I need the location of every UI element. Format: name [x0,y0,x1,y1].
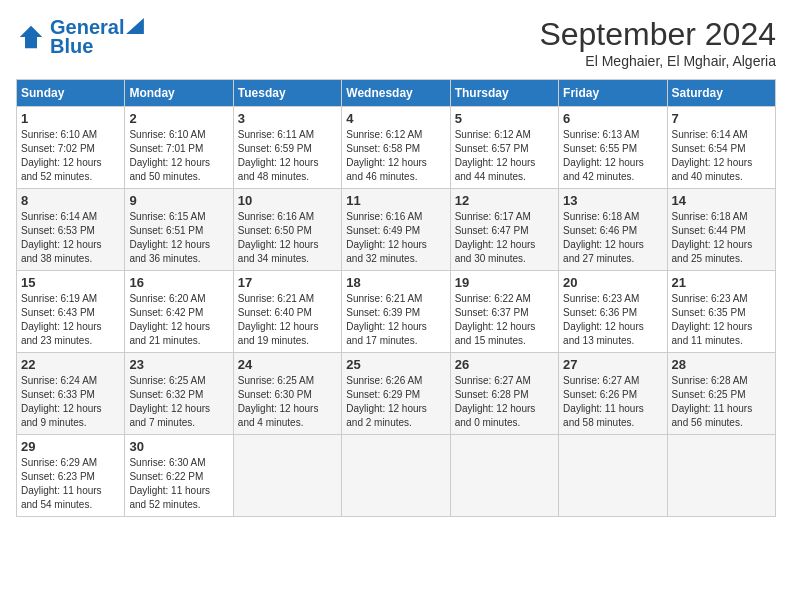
day-info: Sunrise: 6:30 AM Sunset: 6:22 PM Dayligh… [129,456,228,512]
table-row: 21Sunrise: 6:23 AM Sunset: 6:35 PM Dayli… [667,271,775,353]
month-title: September 2024 [539,16,776,53]
day-info: Sunrise: 6:13 AM Sunset: 6:55 PM Dayligh… [563,128,662,184]
col-wednesday: Wednesday [342,80,450,107]
day-number: 2 [129,111,228,126]
table-row: 9Sunrise: 6:15 AM Sunset: 6:51 PM Daylig… [125,189,233,271]
day-number: 7 [672,111,771,126]
day-info: Sunrise: 6:24 AM Sunset: 6:33 PM Dayligh… [21,374,120,430]
day-number: 25 [346,357,445,372]
day-number: 15 [21,275,120,290]
table-row: 8Sunrise: 6:14 AM Sunset: 6:53 PM Daylig… [17,189,125,271]
day-info: Sunrise: 6:10 AM Sunset: 7:01 PM Dayligh… [129,128,228,184]
day-info: Sunrise: 6:27 AM Sunset: 6:28 PM Dayligh… [455,374,554,430]
col-friday: Friday [559,80,667,107]
day-number: 28 [672,357,771,372]
table-row: 7Sunrise: 6:14 AM Sunset: 6:54 PM Daylig… [667,107,775,189]
day-info: Sunrise: 6:15 AM Sunset: 6:51 PM Dayligh… [129,210,228,266]
day-number: 24 [238,357,337,372]
day-number: 3 [238,111,337,126]
day-number: 12 [455,193,554,208]
table-row: 14Sunrise: 6:18 AM Sunset: 6:44 PM Dayli… [667,189,775,271]
day-info: Sunrise: 6:25 AM Sunset: 6:32 PM Dayligh… [129,374,228,430]
day-number: 8 [21,193,120,208]
table-row: 27Sunrise: 6:27 AM Sunset: 6:26 PM Dayli… [559,353,667,435]
col-monday: Monday [125,80,233,107]
table-row [559,435,667,517]
day-info: Sunrise: 6:26 AM Sunset: 6:29 PM Dayligh… [346,374,445,430]
logo: General Blue [16,16,144,58]
table-row: 26Sunrise: 6:27 AM Sunset: 6:28 PM Dayli… [450,353,558,435]
table-row: 12Sunrise: 6:17 AM Sunset: 6:47 PM Dayli… [450,189,558,271]
day-info: Sunrise: 6:21 AM Sunset: 6:39 PM Dayligh… [346,292,445,348]
day-number: 10 [238,193,337,208]
day-number: 17 [238,275,337,290]
title-block: September 2024 El Meghaier, El Mghair, A… [539,16,776,69]
day-number: 30 [129,439,228,454]
day-info: Sunrise: 6:28 AM Sunset: 6:25 PM Dayligh… [672,374,771,430]
logo-triangle-icon [126,18,144,34]
day-info: Sunrise: 6:12 AM Sunset: 6:57 PM Dayligh… [455,128,554,184]
day-number: 26 [455,357,554,372]
day-info: Sunrise: 6:14 AM Sunset: 6:53 PM Dayligh… [21,210,120,266]
day-number: 1 [21,111,120,126]
table-row: 30Sunrise: 6:30 AM Sunset: 6:22 PM Dayli… [125,435,233,517]
day-number: 23 [129,357,228,372]
day-info: Sunrise: 6:23 AM Sunset: 6:35 PM Dayligh… [672,292,771,348]
day-info: Sunrise: 6:19 AM Sunset: 6:43 PM Dayligh… [21,292,120,348]
day-number: 18 [346,275,445,290]
table-row: 16Sunrise: 6:20 AM Sunset: 6:42 PM Dayli… [125,271,233,353]
calendar-table: Sunday Monday Tuesday Wednesday Thursday… [16,79,776,517]
day-number: 9 [129,193,228,208]
table-row: 3Sunrise: 6:11 AM Sunset: 6:59 PM Daylig… [233,107,341,189]
day-number: 13 [563,193,662,208]
day-number: 22 [21,357,120,372]
calendar-week-row: 8Sunrise: 6:14 AM Sunset: 6:53 PM Daylig… [17,189,776,271]
table-row: 17Sunrise: 6:21 AM Sunset: 6:40 PM Dayli… [233,271,341,353]
table-row: 20Sunrise: 6:23 AM Sunset: 6:36 PM Dayli… [559,271,667,353]
calendar-week-row: 29Sunrise: 6:29 AM Sunset: 6:23 PM Dayli… [17,435,776,517]
day-info: Sunrise: 6:22 AM Sunset: 6:37 PM Dayligh… [455,292,554,348]
col-saturday: Saturday [667,80,775,107]
table-row: 13Sunrise: 6:18 AM Sunset: 6:46 PM Dayli… [559,189,667,271]
day-info: Sunrise: 6:14 AM Sunset: 6:54 PM Dayligh… [672,128,771,184]
table-row [667,435,775,517]
table-row: 19Sunrise: 6:22 AM Sunset: 6:37 PM Dayli… [450,271,558,353]
day-info: Sunrise: 6:16 AM Sunset: 6:50 PM Dayligh… [238,210,337,266]
table-row: 29Sunrise: 6:29 AM Sunset: 6:23 PM Dayli… [17,435,125,517]
day-info: Sunrise: 6:20 AM Sunset: 6:42 PM Dayligh… [129,292,228,348]
day-info: Sunrise: 6:18 AM Sunset: 6:46 PM Dayligh… [563,210,662,266]
table-row: 4Sunrise: 6:12 AM Sunset: 6:58 PM Daylig… [342,107,450,189]
calendar-week-row: 15Sunrise: 6:19 AM Sunset: 6:43 PM Dayli… [17,271,776,353]
svg-marker-2 [127,18,145,34]
day-info: Sunrise: 6:21 AM Sunset: 6:40 PM Dayligh… [238,292,337,348]
day-number: 14 [672,193,771,208]
day-info: Sunrise: 6:29 AM Sunset: 6:23 PM Dayligh… [21,456,120,512]
table-row: 5Sunrise: 6:12 AM Sunset: 6:57 PM Daylig… [450,107,558,189]
table-row: 22Sunrise: 6:24 AM Sunset: 6:33 PM Dayli… [17,353,125,435]
day-number: 21 [672,275,771,290]
day-number: 27 [563,357,662,372]
day-info: Sunrise: 6:18 AM Sunset: 6:44 PM Dayligh… [672,210,771,266]
day-number: 6 [563,111,662,126]
day-number: 11 [346,193,445,208]
table-row: 15Sunrise: 6:19 AM Sunset: 6:43 PM Dayli… [17,271,125,353]
day-number: 5 [455,111,554,126]
day-info: Sunrise: 6:27 AM Sunset: 6:26 PM Dayligh… [563,374,662,430]
table-row: 23Sunrise: 6:25 AM Sunset: 6:32 PM Dayli… [125,353,233,435]
col-sunday: Sunday [17,80,125,107]
table-row: 18Sunrise: 6:21 AM Sunset: 6:39 PM Dayli… [342,271,450,353]
table-row: 25Sunrise: 6:26 AM Sunset: 6:29 PM Dayli… [342,353,450,435]
location-subtitle: El Meghaier, El Mghair, Algeria [539,53,776,69]
day-info: Sunrise: 6:17 AM Sunset: 6:47 PM Dayligh… [455,210,554,266]
table-row: 2Sunrise: 6:10 AM Sunset: 7:01 PM Daylig… [125,107,233,189]
day-info: Sunrise: 6:12 AM Sunset: 6:58 PM Dayligh… [346,128,445,184]
day-number: 16 [129,275,228,290]
table-row: 28Sunrise: 6:28 AM Sunset: 6:25 PM Dayli… [667,353,775,435]
day-info: Sunrise: 6:11 AM Sunset: 6:59 PM Dayligh… [238,128,337,184]
day-info: Sunrise: 6:10 AM Sunset: 7:02 PM Dayligh… [21,128,120,184]
day-info: Sunrise: 6:25 AM Sunset: 6:30 PM Dayligh… [238,374,337,430]
table-row: 10Sunrise: 6:16 AM Sunset: 6:50 PM Dayli… [233,189,341,271]
day-info: Sunrise: 6:23 AM Sunset: 6:36 PM Dayligh… [563,292,662,348]
table-row [450,435,558,517]
page-header: General Blue September 2024 El Meghaier,… [16,16,776,69]
